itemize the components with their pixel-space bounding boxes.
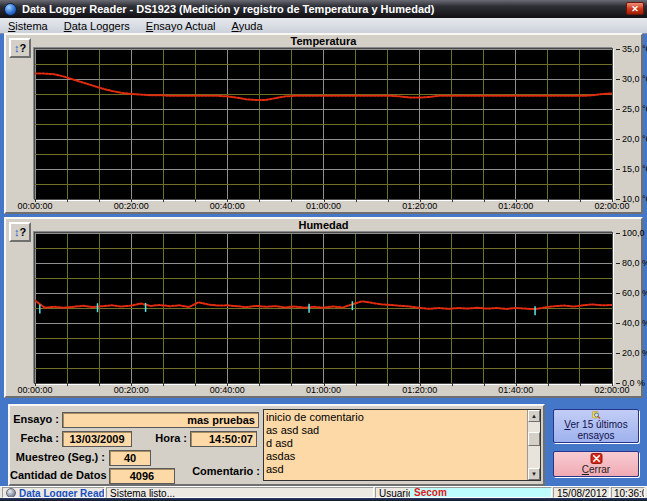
ensayo-label: Ensayo : [10,412,59,427]
x-tick-label: 01:20:00 [402,201,437,211]
cerrar-button[interactable]: Cerrar [553,451,639,477]
humedad-help-button[interactable]: ↕? [9,222,31,242]
x-tick-label: 00:20:00 [114,201,149,211]
muestreo-label: Muestreo (Seg.) : [10,450,105,465]
title-bar: Data Logger Reader - DS1923 (Medición y … [0,0,647,18]
temperatura-y-axis-labels: 35,0 °C30,0 °C25,0 °C20,0 °C15,0 °C10,0 … [616,49,644,199]
y-tick-label: 20,0 °C [616,134,647,144]
statusbar-date-section: 15/08/2012 [553,487,610,498]
x-tick-label: 00:40:00 [210,201,245,211]
statusbar-user-section: Usuario: Secom [375,487,552,498]
gear-icon [6,488,16,498]
muestreo-field[interactable]: 40 [109,450,151,466]
x-tick-label: 00:40:00 [210,385,245,395]
y-tick-label: 100,0 % [616,228,647,238]
window-title: Data Logger Reader - DS1923 (Medición y … [22,3,434,15]
y-tick-label: 40,0 % [616,318,647,328]
close-button[interactable]: ✕ [626,2,644,15]
x-tick-label: 01:00:00 [306,385,341,395]
x-tick-label: 01:00:00 [306,201,341,211]
comentario-textarea[interactable]: inicio de comentario as asd sad d asd as… [266,411,526,479]
y-tick-label: 25,0 °C [616,104,647,114]
system-status-text: Sistema listo... [110,488,175,498]
humedad-x-axis-labels: 00:00:0000:20:0000:40:0001:00:0001:20:00… [35,385,612,396]
y-tick-label: 80,0 % [616,258,647,268]
fecha-label: Fecha : [10,431,59,446]
menu-bar: Sistema Data Loggers Ensayo Actual Ayuda [0,18,647,34]
temperatura-help-button[interactable]: ↕? [9,38,31,58]
comentario-label: Comentario : [188,464,260,479]
statusbar-status-section: Sistema listo... [106,487,374,498]
x-tick-label: 00:00:00 [17,385,52,395]
current-date: 15/08/2012 [557,488,607,498]
temperatura-plot-area [34,48,613,200]
x-tick-label: 01:40:00 [498,385,533,395]
hora-field[interactable]: 14:50:07 [190,431,257,447]
y-tick-label: 0,0 % [616,378,645,388]
scroll-down-icon[interactable]: ▼ [528,468,540,480]
temperatura-x-axis-labels: 00:00:0000:20:0000:40:0001:00:0001:20:00… [35,201,612,212]
y-tick-label: 60,0 % [616,288,647,298]
humedad-plot-area [34,232,613,384]
ensayo-info-panel: Ensayo : mas pruebas Fecha : 13/03/2009 … [8,404,545,486]
statusbar-time-section: 10:36:00 [611,487,645,498]
menu-ayuda[interactable]: Ayuda [224,19,271,33]
current-time: 10:36:00 [614,488,645,498]
humedad-plot-svg [35,233,612,383]
ensayo-field[interactable]: mas pruebas [62,412,259,428]
cantidad-datos-field[interactable]: 4096 [109,468,175,484]
humedad-y-axis-labels: 100,0 %80,0 %60,0 %40,0 %20,0 %0,0 % [616,233,644,383]
data-logger-reader-window: { "window": { "title": "Data Logger Read… [0,0,647,501]
question-mark-icon: ? [19,226,26,238]
hora-label: Hora : [129,431,187,446]
y-tick-label: 20,0 % [616,348,647,358]
cantidad-datos-label: Cantidad de Datos : [10,468,105,483]
y-tick-label: 10,0 °C [616,194,647,204]
comentario-box: inicio de comentario as asd sad d asd as… [263,409,541,481]
comentario-scrollbar[interactable]: ▲ ▼ [527,410,540,480]
fecha-field[interactable]: 13/03/2009 [62,431,132,447]
humedad-chart-panel: Humedad ↕? 00:00:0000:20:0000:40:0001:00… [4,217,643,398]
y-tick-label: 35,0 °C [616,44,647,54]
temperatura-plot-svg [35,49,612,199]
scroll-thumb[interactable] [528,432,540,446]
close-x-icon [590,453,603,464]
user-value: Secom [410,488,551,497]
scroll-up-icon[interactable]: ▲ [528,410,540,422]
temperatura-chart-title: Temperatura [6,35,641,47]
menu-sistema[interactable]: Sistema [0,19,56,33]
menu-ensayo-actual[interactable]: Ensayo Actual [138,19,224,33]
statusbar-app-section: Data Logger Reader [2,487,105,498]
question-mark-icon: ? [19,42,26,54]
search-document-icon [587,411,605,419]
x-tick-label: 01:40:00 [498,201,533,211]
y-tick-label: 30,0 °C [616,74,647,84]
x-tick-label: 01:20:00 [402,385,437,395]
app-icon [4,3,17,16]
x-tick-label: 00:00:00 [17,201,52,211]
x-tick-label: 00:20:00 [114,385,149,395]
temperatura-chart-panel: Temperatura ↕? 00:00:0000:20:0000:40:000… [4,33,643,214]
menu-data-loggers[interactable]: Data Loggers [56,19,138,33]
statusbar-app-name: Data Logger Reader [19,488,105,498]
ver-ultimos-ensayos-button[interactable]: Ver 15 últimos ensayos [553,409,639,443]
y-tick-label: 15,0 °C [616,164,647,174]
humedad-chart-title: Humedad [6,219,641,231]
